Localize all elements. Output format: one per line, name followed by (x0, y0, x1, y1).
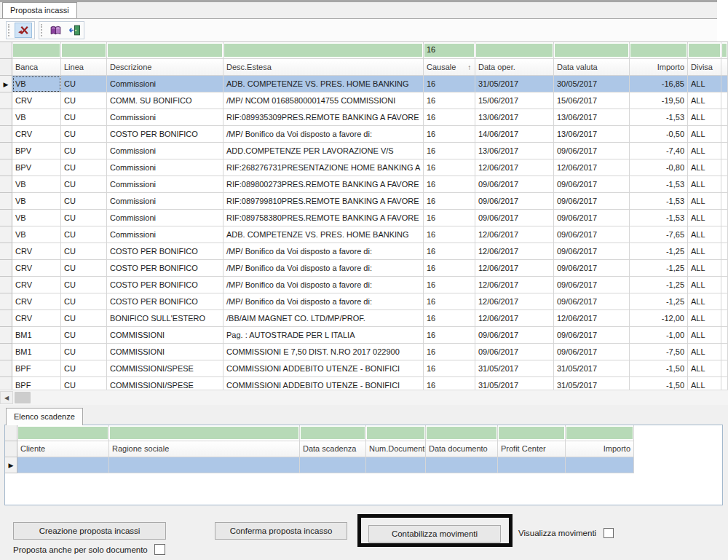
cell[interactable]: CU (61, 344, 107, 360)
cell[interactable] (17, 457, 109, 473)
cell[interactable]: CRV (12, 310, 61, 327)
cell[interactable]: BPV (12, 143, 61, 159)
cell[interactable]: -1,00 (630, 327, 688, 344)
row-selector[interactable] (0, 260, 12, 277)
cell[interactable]: 31/05/2017 (554, 360, 630, 377)
cell[interactable]: -1,50 (630, 360, 688, 377)
column-header[interactable]: Importo (566, 441, 634, 457)
cell[interactable]: 16 (424, 126, 475, 143)
table-row[interactable]: CRVCUCOMM. SU BONIFICO/MP/ NCOM 01685800… (0, 92, 728, 109)
cell[interactable]: -0,80 (630, 159, 688, 176)
column-header[interactable] (721, 59, 728, 76)
table-row[interactable]: VBCUCommissioniRIF:089935309PRES.REMOTE … (0, 109, 728, 126)
cell[interactable]: 12/06/2017 (475, 277, 554, 293)
cell[interactable]: ALL (688, 310, 721, 327)
cell[interactable]: 09/06/2017 (475, 210, 554, 226)
cell[interactable]: 16 (424, 360, 475, 377)
cell[interactable]: 09/06/2017 (554, 143, 630, 159)
cell[interactable]: 09/06/2017 (554, 293, 630, 310)
cell[interactable]: VB (12, 226, 61, 243)
cell[interactable]: CU (61, 143, 107, 159)
cell[interactable]: 31/05/2017 (554, 377, 630, 390)
cell[interactable]: CU (61, 176, 107, 193)
cell[interactable]: 16 (424, 293, 475, 310)
cell[interactable]: 16 (424, 377, 475, 390)
cell[interactable]: VB (12, 109, 61, 126)
cancel-selection-button[interactable] (15, 23, 32, 38)
cell[interactable] (426, 457, 498, 473)
cell[interactable]: CU (61, 126, 107, 143)
filter-cell[interactable] (475, 42, 554, 59)
table-row[interactable]: ▶ (5, 457, 722, 473)
column-header[interactable]: Cliente (17, 441, 109, 457)
cell[interactable]: 30/05/2017 (554, 76, 630, 92)
filter-cell[interactable] (366, 425, 426, 441)
cell[interactable]: -7,65 (630, 226, 688, 243)
scrollbar-thumb[interactable] (15, 392, 31, 403)
cell[interactable]: BM1 (12, 327, 61, 344)
table-row[interactable]: VBCUCommissioniADB. COMPETENZE VS. PRES.… (0, 226, 728, 243)
cell[interactable]: 09/06/2017 (554, 226, 630, 243)
cell[interactable]: CU (61, 109, 107, 126)
cell[interactable] (721, 377, 728, 390)
cell[interactable]: -1,25 (630, 243, 688, 260)
cell[interactable] (721, 260, 728, 277)
cell[interactable]: ALL (688, 293, 721, 310)
cell[interactable]: ALL (688, 143, 721, 159)
column-header[interactable]: Data scadenza (300, 441, 366, 457)
cell[interactable]: /MP/ Bonifico da Voi disposto a favore d… (223, 293, 424, 310)
cell[interactable]: ALL (688, 193, 721, 210)
row-selector[interactable] (0, 360, 12, 377)
filter-cell[interactable]: 16 (424, 42, 475, 59)
cell[interactable]: 16 (424, 159, 475, 176)
cell[interactable]: CU (61, 360, 107, 377)
cell[interactable]: -1,25 (630, 277, 688, 293)
cell[interactable]: -1,25 (630, 293, 688, 310)
cell[interactable]: Commissioni (107, 143, 223, 159)
row-selector[interactable] (0, 193, 12, 210)
cell[interactable] (109, 457, 300, 473)
cell[interactable]: -1,53 (630, 176, 688, 193)
cell[interactable]: -19,50 (630, 92, 688, 109)
cell[interactable]: -1,50 (630, 377, 688, 390)
cell[interactable]: ALL (688, 176, 721, 193)
cell[interactable]: 09/06/2017 (475, 193, 554, 210)
conferma-proposta-button[interactable]: Conferma proposta incasso (215, 522, 347, 540)
cell[interactable]: -1,25 (630, 260, 688, 277)
cell[interactable]: 12/06/2017 (475, 159, 554, 176)
cell[interactable]: COMM. SU BONIFICO (107, 92, 223, 109)
cell[interactable]: ALL (688, 260, 721, 277)
proposta-solo-documento-checkbox[interactable] (154, 544, 165, 555)
cell[interactable] (721, 143, 728, 159)
cell[interactable]: 31/05/2017 (475, 377, 554, 390)
cell[interactable]: VB (12, 210, 61, 226)
cell[interactable] (721, 126, 728, 143)
cell[interactable]: CU (61, 327, 107, 344)
column-header[interactable]: Linea (61, 59, 107, 76)
row-selector[interactable]: ▶ (5, 457, 17, 473)
cell[interactable]: -0,50 (630, 126, 688, 143)
row-selector[interactable] (0, 210, 12, 226)
filter-cell[interactable] (566, 425, 634, 441)
column-header[interactable]: Profit Center (498, 441, 566, 457)
cell[interactable]: COSTO PER BONIFICO (107, 243, 223, 260)
cell[interactable]: 09/06/2017 (554, 327, 630, 344)
filter-cell[interactable] (223, 42, 424, 59)
cell[interactable]: -7,50 (630, 344, 688, 360)
column-header[interactable]: Data documento (426, 441, 498, 457)
cell[interactable]: COSTO PER BONIFICO (107, 260, 223, 277)
cell[interactable]: 09/06/2017 (554, 243, 630, 260)
row-selector[interactable] (0, 327, 12, 344)
cell[interactable]: 16 (424, 243, 475, 260)
cell[interactable]: 16 (424, 76, 475, 92)
cell[interactable]: 12/06/2017 (554, 310, 630, 327)
cell[interactable]: ADB. COMPETENZE VS. PRES. HOME BANKING (223, 76, 424, 92)
cell[interactable]: 13/06/2017 (554, 109, 630, 126)
row-selector[interactable] (0, 143, 12, 159)
contabilizza-movimenti-button[interactable]: Contabilizza movimenti (368, 525, 501, 543)
cell[interactable]: CU (61, 92, 107, 109)
cell[interactable]: -1,53 (630, 210, 688, 226)
cell[interactable]: /MP/ Bonifico da Voi disposto a favore d… (223, 260, 424, 277)
cell[interactable]: 31/05/2017 (475, 360, 554, 377)
cell[interactable]: Pag. : AUTOSTRADE PER L ITALIA (223, 327, 424, 344)
